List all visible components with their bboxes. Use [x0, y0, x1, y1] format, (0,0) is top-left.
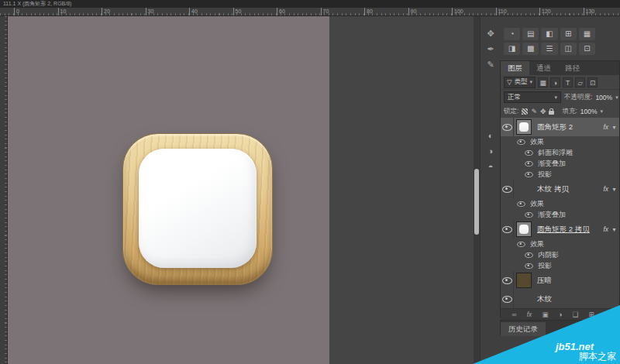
layer-filter-row: ▽ 类型 ▾ ▦ ◑ T ▱ ⊡: [501, 75, 619, 90]
collapsed-panel-icon[interactable]: ◨: [504, 43, 520, 55]
layer-row[interactable]: 圆角矩形 2 拷贝 fx ▾: [501, 220, 619, 239]
link-layers-icon[interactable]: ∞: [512, 310, 517, 320]
filter-shape-layers-icon[interactable]: ▱: [575, 77, 585, 88]
ruler-tick: 80: [364, 8, 373, 15]
eye-icon[interactable]: [525, 171, 532, 177]
eye-icon[interactable]: [525, 263, 532, 268]
collapsed-panel-icon[interactable]: ▩: [522, 43, 539, 55]
layer-name[interactable]: 木纹 拷贝: [534, 184, 602, 194]
layer-name[interactable]: 圆角矩形 2: [534, 122, 602, 132]
tab-paths[interactable]: 路径: [558, 61, 587, 75]
eye-icon[interactable]: [525, 252, 532, 257]
layer-thumbnail[interactable]: [514, 181, 534, 197]
filter-kind-dropdown[interactable]: ▽ 类型 ▾: [504, 77, 536, 88]
effect-label: 渐变叠加: [534, 210, 566, 220]
layer-row[interactable]: 木纹 拷贝 fx ▾: [501, 180, 619, 198]
collapsed-panel-icon[interactable]: ⊞: [560, 28, 577, 40]
collapsed-panel-icon[interactable]: ◔: [504, 28, 520, 40]
visibility-toggle[interactable]: [501, 271, 514, 290]
lock-pixels-icon[interactable]: ✎: [531, 108, 537, 115]
collapsed-panel-icon[interactable]: ◧: [541, 28, 557, 40]
eye-icon[interactable]: [517, 241, 525, 246]
visibility-toggle[interactable]: [501, 220, 514, 239]
effect-label: 内阴影: [534, 250, 559, 260]
vertical-ruler[interactable]: [0, 16, 8, 364]
lock-all-icon[interactable]: [549, 111, 554, 115]
add-layer-mask-icon[interactable]: ▣: [542, 310, 548, 320]
collapsed-panel-icon[interactable]: ⊡: [579, 43, 595, 55]
scrollbar-thumb[interactable]: [474, 169, 479, 235]
effect-row[interactable]: 投影: [501, 169, 619, 180]
chevron-down-icon[interactable]: ▾: [609, 124, 619, 131]
ruler-tick: 50: [233, 8, 242, 15]
chevron-down-icon[interactable]: ▾: [615, 94, 618, 101]
filter-adjustment-layers-icon[interactable]: ◑: [550, 77, 560, 88]
pen-tool-icon[interactable]: ✒: [480, 41, 501, 57]
layer-list: 圆角矩形 2 fx ▾ 效果 斜面和浮雕 渐变叠加 投影: [501, 118, 619, 308]
filter-type-layers-icon[interactable]: T: [563, 77, 573, 88]
visibility-toggle[interactable]: [501, 290, 514, 308]
filter-pixel-layers-icon[interactable]: ▦: [538, 77, 548, 88]
ruler-tick: 90: [408, 8, 417, 15]
opacity-value[interactable]: 100%: [595, 94, 612, 101]
layer-row[interactable]: 木纹: [501, 290, 619, 308]
filter-smart-object-icon[interactable]: ⊡: [587, 77, 598, 88]
new-group-icon[interactable]: ❑: [573, 310, 579, 320]
chevron-down-icon[interactable]: ▾: [601, 108, 604, 115]
dodge-tool-icon[interactable]: ◐: [480, 128, 501, 143]
fill-value[interactable]: 100%: [580, 108, 598, 115]
effects-label: 效果: [526, 137, 544, 147]
layer-name[interactable]: 压暗: [534, 276, 619, 286]
lock-row: 锁定: ✎ ✥ 填充: 100% ▾: [501, 105, 619, 118]
collapsed-panel-icon[interactable]: ◫: [560, 43, 577, 55]
fx-badge: fx: [602, 123, 609, 131]
tab-history[interactable]: 历史记录: [501, 322, 546, 336]
layer-name[interactable]: 圆角矩形 2 拷贝: [534, 225, 602, 235]
eye-icon: [502, 226, 512, 233]
layer-thumbnail[interactable]: [514, 291, 534, 307]
move-tool-icon[interactable]: ✥: [480, 26, 501, 41]
tab-channels[interactable]: 通道: [529, 61, 558, 75]
effect-row[interactable]: 投影: [501, 260, 619, 271]
effect-label: 斜面和浮雕: [534, 148, 573, 158]
eye-icon[interactable]: [525, 211, 532, 217]
effect-row[interactable]: 斜面和浮雕: [501, 147, 619, 158]
chevron-down-icon[interactable]: ▾: [609, 186, 619, 193]
effect-label: 投影: [534, 261, 552, 271]
effect-row[interactable]: 渐变叠加: [501, 158, 619, 169]
collapsed-panel-icon[interactable]: ☰: [541, 43, 557, 55]
burn-tool-icon[interactable]: ◑: [480, 143, 501, 159]
collapsed-panel-icon[interactable]: ▤: [522, 28, 539, 40]
layer-row[interactable]: 圆角矩形 2 fx ▾: [501, 118, 619, 136]
layer-style-icon[interactable]: fx: [527, 310, 532, 320]
layer-thumbnail[interactable]: [514, 221, 534, 237]
collapsed-panel-icon[interactable]: ▦: [579, 28, 595, 40]
lock-transparency-icon[interactable]: [522, 108, 528, 115]
blend-mode-dropdown[interactable]: 正常 ▾: [504, 91, 561, 103]
ruler-tick: 20: [102, 8, 110, 15]
visibility-toggle[interactable]: [501, 180, 514, 198]
horizontal-ruler[interactable]: 0102030405060708090100110120130: [0, 8, 620, 16]
sponge-tool-icon[interactable]: ◓: [480, 159, 501, 174]
lock-position-icon[interactable]: ✥: [540, 108, 546, 115]
eye-icon[interactable]: [525, 160, 532, 166]
layer-thumbnail[interactable]: [514, 119, 534, 135]
effects-header-row[interactable]: 效果: [501, 198, 619, 209]
eye-icon[interactable]: [525, 149, 532, 155]
brush-tool-icon[interactable]: ✎: [480, 57, 501, 72]
visibility-toggle[interactable]: [501, 118, 514, 136]
effects-header-row[interactable]: 效果: [501, 239, 619, 249]
effect-row[interactable]: 内阴影: [501, 249, 619, 260]
eye-icon[interactable]: [517, 201, 525, 206]
effects-header-row[interactable]: 效果: [501, 136, 619, 147]
adjustment-layer-icon[interactable]: ◑: [559, 310, 563, 320]
layer-thumbnail[interactable]: [514, 273, 534, 288]
eye-icon[interactable]: [517, 139, 525, 144]
canvas-scrollbar[interactable]: [474, 16, 480, 364]
chevron-down-icon[interactable]: ▾: [609, 226, 619, 233]
layer-row[interactable]: 压暗: [501, 271, 619, 290]
effect-row[interactable]: 渐变叠加: [501, 209, 619, 220]
tab-layers[interactable]: 图层: [501, 61, 529, 75]
layer-name[interactable]: 木纹: [534, 294, 619, 304]
canvas[interactable]: [8, 16, 329, 364]
